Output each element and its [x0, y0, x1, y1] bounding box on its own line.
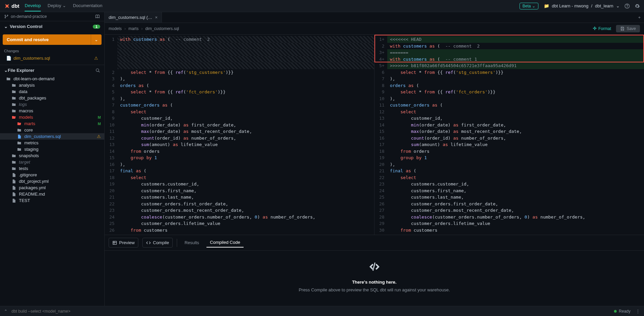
code-line[interactable]: >>>>>>> b81f802a66fd544504c65721e3ffaaa9… — [387, 62, 644, 69]
code-line[interactable]: select * from {{ ref('stg_customers')}} — [117, 69, 374, 76]
tree-target[interactable]: target — [0, 159, 104, 165]
code-line[interactable]: coalesce(customer_orders.number_of_order… — [117, 214, 374, 221]
tab-results[interactable]: Results — [181, 238, 202, 247]
code-line[interactable]: customer_orders.first_order_date, — [387, 201, 644, 207]
code-line[interactable]: with customers as ( -- comment 2 — [117, 36, 374, 43]
code-line[interactable]: ), — [117, 161, 374, 168]
code-line[interactable]: max(order_date) as most_recent_order_dat… — [387, 128, 644, 135]
tree-readme-md[interactable]: README.md — [0, 191, 104, 197]
code-line[interactable] — [117, 62, 374, 69]
chevron-up-icon[interactable]: ⌃ — [4, 309, 7, 314]
code-line[interactable]: select — [387, 109, 644, 115]
code-line[interactable]: group by 1 — [387, 154, 644, 161]
code-line[interactable]: orders as ( — [387, 82, 644, 89]
compile-button[interactable]: Compile — [142, 238, 173, 248]
code-line[interactable]: <<<<<<< HEAD — [387, 36, 644, 43]
code-line[interactable]: final as ( — [117, 168, 374, 174]
tree-dbt-learn-on-demand[interactable]: dbt-learn-on-demand — [0, 76, 104, 82]
code-line[interactable]: select — [117, 174, 374, 181]
close-icon[interactable]: × — [155, 15, 158, 20]
code-line[interactable] — [117, 49, 374, 56]
code-line[interactable]: max(order_date) as most_recent_order_dat… — [117, 128, 374, 135]
code-line[interactable]: orders as ( — [117, 82, 374, 89]
code-line[interactable] — [117, 43, 374, 50]
project-path[interactable]: 📁 dbt Learn - mwong / dbt_learn ⌄ — [544, 3, 620, 8]
commit-resolve-button[interactable]: Commit and resolve ⌄ — [3, 34, 102, 45]
tree-snapshots[interactable]: snapshots — [0, 152, 104, 159]
code-line[interactable]: left join customer_orders using (custome… — [117, 233, 374, 235]
chevron-down-icon[interactable]: ⌄ — [91, 34, 102, 45]
branch-name[interactable]: on-demand-practice — [11, 14, 47, 19]
tree-data[interactable]: data — [0, 88, 104, 95]
tree-analysis[interactable]: analysis — [0, 82, 104, 88]
beta-badge[interactable]: Beta ⌄ — [520, 3, 538, 9]
tree-tests[interactable]: tests — [0, 165, 104, 172]
code-line[interactable]: count(order_id) as number_of_orders, — [117, 135, 374, 142]
tab-compiled-code[interactable]: Compiled Code — [206, 238, 244, 248]
code-line[interactable]: from orders — [387, 148, 644, 155]
code-line[interactable]: final as ( — [387, 168, 644, 174]
code-line[interactable]: select — [117, 109, 374, 115]
nav-develop[interactable]: Develop — [25, 0, 41, 11]
code-line[interactable]: customer_orders.lifetime_value — [117, 220, 374, 227]
code-line[interactable]: customer_orders as ( — [117, 102, 374, 109]
format-button[interactable]: Format — [592, 26, 611, 31]
tab-dim-customers[interactable]: dim_customers.sql (confli... × — [105, 12, 162, 23]
code-line[interactable]: customer_orders.lifetime_value — [387, 220, 644, 227]
code-line[interactable]: coalesce(customer_orders.number_of_order… — [387, 214, 644, 221]
code-line[interactable]: customers.first_name, — [387, 188, 644, 194]
code-line[interactable]: ), — [387, 95, 644, 102]
book-icon[interactable] — [95, 14, 100, 19]
code-line[interactable]: customer_id, — [117, 115, 374, 122]
code-line[interactable]: min(order_date) as first_order_date, — [387, 122, 644, 128]
code-line[interactable]: select — [387, 174, 644, 181]
code-line[interactable]: group by 1 — [117, 154, 374, 161]
command-input[interactable] — [11, 309, 614, 314]
code-line[interactable]: select * from {{ ref('stg_customers')}} — [387, 69, 644, 76]
code-line[interactable]: customers.customer_id, — [387, 181, 644, 188]
code-line[interactable]: from customers — [117, 227, 374, 234]
tree-dim-customers-sql[interactable]: dim_customers.sql⚠ — [0, 133, 104, 140]
code-line[interactable]: min(order_date) as first_order_date, — [117, 122, 374, 128]
tree-metrics[interactable]: metrics — [0, 140, 104, 146]
search-icon[interactable] — [95, 68, 100, 73]
code-line[interactable]: customer_orders.first_order_date, — [117, 201, 374, 207]
code-line[interactable]: customers.customer_id, — [117, 181, 374, 188]
tree-logs[interactable]: logs — [0, 101, 104, 108]
tree-macros[interactable]: macros — [0, 108, 104, 114]
tree-models[interactable]: modelsM — [0, 114, 104, 120]
code-pane-right[interactable]: 1+2 3+4+5+6 7 8 9 10 11 12 13 14 15 16 1… — [374, 35, 644, 235]
tree-packages-yml[interactable]: packages.yml — [0, 184, 104, 191]
code-line[interactable]: sum(amount) as lifetime_value — [117, 141, 374, 148]
code-pane-left[interactable]: 1234567891011121314151617181920212223242… — [105, 35, 374, 235]
breadcrumb-item[interactable]: models — [109, 26, 122, 31]
code-line[interactable]: with customers as ( -- comment 1 — [387, 56, 644, 63]
code-line[interactable]: ), — [117, 95, 374, 102]
code-line[interactable]: from customers — [387, 227, 644, 234]
code-line[interactable]: customer_orders as ( — [387, 102, 644, 109]
help-icon[interactable] — [624, 3, 630, 9]
code-line[interactable]: select * from {{ ref('fct_orders')}} — [387, 89, 644, 95]
gear-icon[interactable] — [635, 3, 640, 9]
code-line[interactable]: customer_id, — [387, 115, 644, 122]
breadcrumb-item[interactable]: dim_customers.sql — [145, 26, 179, 31]
preview-button[interactable]: Preview — [109, 238, 138, 248]
nav-deploy[interactable]: Deploy ⌄ — [48, 0, 66, 11]
changed-file-row[interactable]: 📄 dim_customers.sql ⚠ — [0, 54, 104, 62]
add-tab-button[interactable]: + — [635, 15, 644, 20]
code-line[interactable]: ), — [117, 76, 374, 82]
code-line[interactable]: with customers as ( -- comment 2 — [387, 43, 644, 50]
tree-dbt-packages[interactable]: dbt_packages — [0, 95, 104, 101]
more-icon[interactable]: ⋮ — [636, 309, 640, 314]
breadcrumb-item[interactable]: marts — [129, 26, 139, 31]
tree-staging[interactable]: staging — [0, 146, 104, 152]
code-line[interactable]: customers.last_name, — [117, 194, 374, 201]
code-line[interactable]: ), — [387, 76, 644, 82]
code-line[interactable]: customer_orders.most_recent_order_date, — [387, 207, 644, 214]
logo[interactable]: dbt — [4, 3, 19, 9]
tree-dbt-project-yml[interactable]: dbt_project.yml — [0, 178, 104, 184]
code-line[interactable]: customers.last_name, — [387, 194, 644, 201]
code-line[interactable]: left join customer_orders using (custome… — [387, 233, 644, 235]
tree--gitignore[interactable]: .gitignore — [0, 172, 104, 178]
code-line[interactable]: customer_orders.most_recent_order_date, — [117, 207, 374, 214]
